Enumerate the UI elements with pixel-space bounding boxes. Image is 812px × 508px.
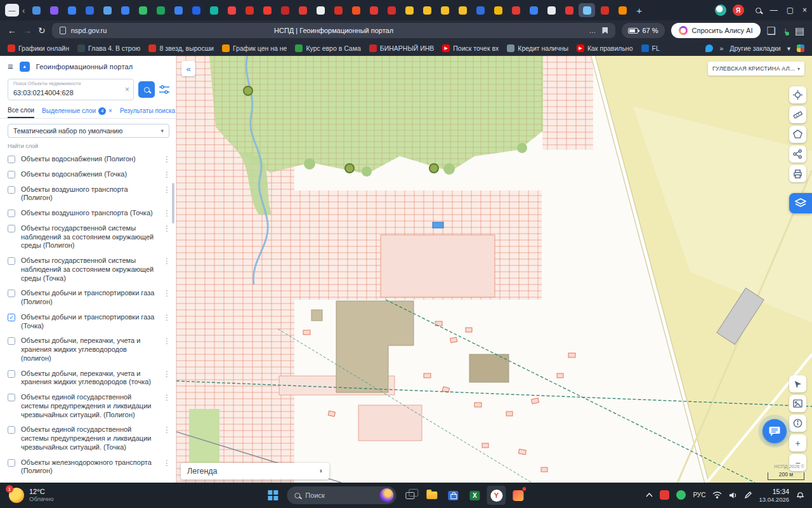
layer-menu-icon[interactable]: ⋮ (163, 426, 171, 434)
layer-menu-icon[interactable]: ⋮ (163, 210, 171, 217)
downloads-icon[interactable]: ↓ (783, 26, 787, 35)
window-minimize-button[interactable]: — (770, 6, 778, 15)
clock-widget[interactable]: 15:34 13.04.2026 (759, 488, 789, 503)
bookmark-item[interactable]: FL (641, 44, 660, 52)
pinned-tab[interactable] (294, 3, 311, 17)
layer-menu-icon[interactable]: ⋮ (163, 171, 171, 178)
bookmark-item[interactable]: Курс евро в Сама (295, 44, 360, 52)
tray-shield-icon[interactable] (676, 490, 686, 500)
task-view-taskbar-button[interactable] (400, 486, 419, 505)
back-button[interactable]: ← (8, 25, 16, 36)
pinned-tab[interactable] (472, 3, 488, 17)
bookmark-item[interactable]: 8 звезд, выросши (148, 44, 214, 52)
layer-menu-icon[interactable]: ⋮ (163, 370, 171, 378)
layer-checkbox[interactable] (8, 426, 15, 434)
layer-checkbox[interactable] (8, 186, 15, 194)
new-tab-button[interactable]: + (632, 5, 646, 16)
pinned-tab[interactable] (330, 3, 346, 17)
pinned-tab[interactable] (46, 3, 62, 17)
layer-menu-icon[interactable]: ⋮ (163, 314, 171, 321)
sidebar-collapse-button[interactable]: « (181, 61, 195, 76)
pinned-tab[interactable] (543, 3, 560, 17)
bookmark-bird-icon[interactable] (705, 44, 713, 52)
pinned-tab[interactable] (436, 3, 453, 17)
tray-yandex-icon[interactable] (660, 490, 669, 500)
wifi-icon[interactable] (712, 491, 722, 498)
bookmarks-panel-icon[interactable] (797, 44, 804, 52)
pinned-tab[interactable] (454, 3, 471, 17)
bookmark-item[interactable]: Глава 4. В строю (77, 44, 141, 52)
search-button[interactable] (138, 81, 155, 98)
sidebar-panel-icon[interactable]: ▤ (795, 25, 804, 37)
bookmark-item[interactable]: График цен на не (222, 44, 287, 52)
bookmark-item[interactable]: Графики онлайн (8, 44, 69, 52)
pinned-tab[interactable] (206, 3, 222, 17)
panel-tab[interactable]: Результаты поиска1× (120, 107, 176, 118)
pinned-tab[interactable] (63, 3, 80, 17)
find-layer-input[interactable]: Найти слой (0, 138, 176, 152)
notification-bell-icon[interactable] (796, 491, 804, 499)
yandex-browser-taskbar-button[interactable]: Y (487, 486, 506, 505)
layer-checkbox[interactable] (8, 225, 15, 232)
refresh-button[interactable]: ↻ (38, 25, 46, 36)
layer-menu-icon[interactable]: ⋮ (163, 459, 171, 467)
zoom-in-button[interactable]: + (789, 434, 806, 451)
pinned-tab[interactable] (28, 3, 44, 17)
file-explorer-taskbar-button[interactable] (422, 486, 441, 505)
info-icon[interactable] (789, 415, 806, 432)
layer-checkbox[interactable] (8, 210, 15, 217)
legend-sort-icon[interactable]: ▲▼ (319, 469, 323, 474)
search-highlight-image[interactable] (379, 488, 393, 502)
profile-avatar[interactable]: Я (733, 4, 744, 16)
pinned-tab[interactable] (259, 3, 275, 17)
pinned-tab[interactable] (525, 3, 542, 17)
sidebar-scrollbar[interactable] (172, 183, 174, 224)
layer-menu-icon[interactable]: ⋮ (163, 186, 171, 194)
map-canvas[interactable] (176, 56, 812, 483)
tab-search-icon[interactable] (756, 8, 761, 13)
search-clear-icon[interactable]: × (125, 85, 129, 94)
window-maximize-button[interactable]: ▢ (787, 6, 794, 15)
pinned-tab[interactable] (596, 3, 613, 17)
language-indicator[interactable]: РУС (693, 491, 705, 498)
cadastral-search-input[interactable]: Поиск Объекты недвижимости 63:03:0214004… (8, 79, 134, 100)
bookmark-flag-icon[interactable] (602, 27, 608, 34)
store-taskbar-button[interactable] (443, 486, 462, 505)
layer-checkbox[interactable] (8, 171, 15, 178)
layer-checkbox[interactable] (8, 459, 15, 467)
url-more-icon[interactable]: … (589, 27, 596, 34)
layer-checkbox[interactable] (8, 290, 15, 297)
tab-group-menu-button[interactable]: — (5, 4, 19, 17)
panel-tab[interactable]: Выделенные слои4× (42, 107, 112, 118)
layer-menu-icon[interactable]: ⋮ (163, 225, 171, 232)
dialogs-icon[interactable]: ❑ (767, 25, 776, 37)
navigate-arrow-icon[interactable] (789, 375, 806, 392)
layer-checkbox[interactable] (8, 370, 15, 378)
layer-menu-icon[interactable]: ⋮ (163, 290, 171, 297)
url-field[interactable]: nspd.gov.ru НСПД | Геоинформационный пор… (52, 23, 616, 38)
pinned-tab[interactable] (223, 3, 240, 17)
thematic-set-select[interactable]: Тематический набор по умолчанию ▾ (8, 124, 169, 138)
pinned-tab[interactable] (277, 3, 293, 17)
bookmark-item[interactable]: БИНАРНЫЙ ИНВ (369, 44, 435, 52)
layer-menu-icon[interactable]: ⋮ (163, 257, 171, 265)
layer-checkbox[interactable] (8, 156, 15, 163)
pinned-tab[interactable] (508, 3, 524, 17)
bookmarks-overflow-icon[interactable]: » (719, 44, 723, 52)
geolocation-icon[interactable] (789, 86, 806, 104)
bookmark-item[interactable]: ▶Поиск точек вх (442, 44, 499, 52)
pinned-tab[interactable] (117, 3, 133, 17)
pinned-tab[interactable] (348, 3, 364, 17)
window-close-button[interactable]: × (802, 6, 807, 15)
pen-icon[interactable] (744, 491, 752, 499)
alice-orb-icon[interactable] (715, 4, 726, 16)
share-icon[interactable] (789, 145, 806, 163)
start-button[interactable] (263, 486, 282, 505)
legend-panel[interactable]: Легенда ▲▼ (181, 463, 329, 479)
layer-checkbox[interactable]: ✓ (8, 314, 15, 321)
layer-menu-icon[interactable]: ⋮ (163, 337, 171, 345)
search-filter-icon[interactable] (159, 85, 169, 94)
pinned-tab[interactable] (170, 3, 187, 17)
ruler-icon[interactable] (789, 106, 806, 123)
volume-icon[interactable] (729, 491, 737, 499)
